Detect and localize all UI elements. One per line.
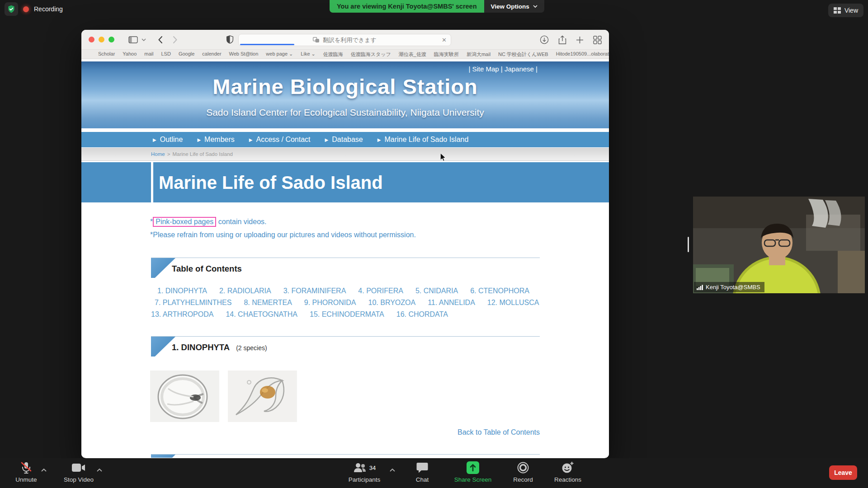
share-button[interactable]: [558, 35, 566, 45]
participants-count: 34: [369, 465, 376, 471]
nav-item[interactable]: Members: [197, 136, 234, 144]
toc-link[interactable]: 14. CHAETOGNATHA: [226, 310, 297, 319]
unmute-button[interactable]: Unmute: [0, 461, 56, 483]
browser-toolbar: 翻訳を利用できます ✕: [81, 30, 609, 50]
toc-link[interactable]: 11. ANNELIDA: [428, 299, 475, 307]
participant-video[interactable]: Kenji Toyota@SMBS: [693, 197, 865, 293]
bookmark-item[interactable]: 佐渡臨海: [323, 51, 343, 58]
bookmark-item[interactable]: 潮位表_佐渡: [399, 51, 426, 58]
video-note: *Pink-boxed pages contain videos.: [150, 218, 267, 226]
bookmark-item[interactable]: NC 学校会計くんWEB: [498, 51, 548, 58]
minimize-window-button[interactable]: [99, 37, 104, 42]
bookmark-item[interactable]: Yahoo: [123, 51, 137, 58]
toc-link[interactable]: 4. PORIFERA: [358, 287, 403, 295]
sidebar-chevron-button[interactable]: [142, 38, 146, 41]
bookmark-item[interactable]: LSD: [161, 51, 170, 58]
toc-link[interactable]: 3. FORAMINIFERA: [283, 287, 346, 295]
toc-link[interactable]: 15. ECHINODERMATA: [310, 310, 384, 319]
participant-name: Kenji Toyota@SMBS: [706, 284, 760, 291]
meeting-toolbar: Unmute Stop Video 34 Participants: [0, 458, 868, 488]
web-page: | Site Map | Japanese | Marine Biologica…: [81, 59, 609, 458]
bookmark-item[interactable]: mail: [144, 51, 153, 58]
toc-link[interactable]: 13. ARTHROPODA: [151, 310, 213, 319]
toc-link[interactable]: 7. PLATYHELMINTHES: [155, 299, 231, 307]
bookmark-item[interactable]: web page ⌄: [266, 51, 293, 58]
sidebar-toggle-button[interactable]: [128, 36, 138, 43]
back-button[interactable]: [158, 36, 163, 44]
bookmark-item[interactable]: Like ⌄: [301, 51, 315, 58]
section-corner-ornament: [151, 455, 175, 458]
address-bar[interactable]: 翻訳を利用できます ✕: [238, 34, 451, 46]
ceratium-photo[interactable]: [228, 371, 297, 422]
mic-muted-icon: [20, 461, 32, 474]
nav-item[interactable]: Database: [325, 136, 363, 144]
tab-overview-button[interactable]: [593, 36, 602, 44]
nav-item[interactable]: Outline: [153, 136, 183, 144]
toc-link[interactable]: 5. CNIDARIA: [415, 287, 458, 295]
specimen-images: [150, 371, 297, 422]
chat-icon: [416, 462, 428, 473]
toc-link[interactable]: 10. BRYOZOA: [368, 299, 416, 307]
view-options-button[interactable]: View Options: [484, 0, 544, 13]
signal-strength-icon: [697, 285, 703, 290]
zoom-window-button[interactable]: [108, 37, 114, 42]
participants-icon: [353, 462, 367, 473]
bookmark-item[interactable]: calender: [202, 51, 221, 58]
bookmark-item[interactable]: 佐渡臨海スタッフ: [351, 51, 391, 58]
nav-item[interactable]: Marine Life of Sado Island: [377, 136, 469, 144]
translate-icon: [313, 37, 320, 43]
video-options-chevron[interactable]: [97, 465, 102, 474]
privacy-shield-icon[interactable]: [226, 35, 234, 44]
toc-link[interactable]: 2. RADIOLARIA: [219, 287, 271, 295]
bookmark-item[interactable]: 新潟大mail: [467, 51, 491, 58]
bookmark-item[interactable]: Web St@tion: [229, 51, 259, 58]
new-tab-button[interactable]: [576, 36, 584, 44]
safari-window: 翻訳を利用できます ✕: [81, 30, 609, 458]
forward-button[interactable]: [173, 36, 178, 44]
page-title: Marine Life of Sado Island: [159, 172, 383, 192]
toc-section-header: Table of Contents: [151, 258, 540, 274]
breadcrumb: Home > Marine Life of Sado Island: [81, 148, 609, 161]
species-count: (2 species): [236, 344, 267, 352]
toc-link[interactable]: 9. PHORONIDA: [304, 299, 356, 307]
camera-icon: [72, 463, 85, 472]
page-load-progress: [240, 44, 294, 45]
noctiluca-photo[interactable]: [150, 371, 219, 422]
video-panel-handle[interactable]: [688, 237, 689, 252]
close-icon[interactable]: ✕: [442, 37, 447, 43]
toc-link[interactable]: 8. NEMERTEA: [244, 299, 292, 307]
audio-options-chevron[interactable]: [41, 465, 47, 474]
leave-button[interactable]: Leave: [829, 465, 857, 480]
bookmark-item[interactable]: Hitode190509...olaboratory: [556, 51, 609, 58]
security-shield-icon[interactable]: [5, 2, 18, 16]
breadcrumb-home-link[interactable]: Home: [151, 151, 165, 157]
recording-indicator: Recording: [5, 2, 63, 16]
recording-dot-icon: [23, 6, 29, 12]
participants-button[interactable]: 34 Participants: [335, 461, 394, 483]
nav-item[interactable]: Access / Contact: [249, 136, 311, 144]
title-band-stripe: [151, 162, 153, 202]
back-to-toc-link[interactable]: Back to Table of Contents: [458, 428, 540, 436]
downloads-button[interactable]: [540, 35, 549, 44]
chevron-down-icon: [533, 5, 538, 8]
bookmark-item[interactable]: Google: [179, 51, 194, 58]
toc-link[interactable]: 16. CHORDATA: [396, 310, 448, 319]
utility-links[interactable]: | Site Map | Japanese |: [468, 65, 538, 73]
page-title-band: Marine Life of Sado Island: [81, 162, 609, 202]
toc-link[interactable]: 1. DINOPHYTA: [157, 287, 207, 295]
pink-boxed-pages-link[interactable]: Pink-boxed pages: [153, 217, 216, 227]
chat-button[interactable]: Chat: [393, 461, 452, 483]
bookmarks-bar: ScholarYahoomailLSDGooglecalenderWeb St@…: [81, 50, 609, 59]
view-grid-icon: [834, 7, 841, 14]
bookmark-item[interactable]: Scholar: [98, 51, 115, 58]
toc-title: Table of Contents: [151, 258, 540, 274]
dinophyta-section-header: 1. DINOPHYTA(2 species): [151, 336, 540, 352]
toc-link[interactable]: 6. CTENOPHORA: [470, 287, 529, 295]
reactions-button[interactable]: Reactions: [538, 461, 597, 483]
view-button[interactable]: View: [828, 4, 863, 17]
site-subtitle: Sado Island Center for Ecological Sustai…: [81, 107, 609, 118]
close-window-button[interactable]: [89, 37, 94, 42]
toc-link[interactable]: 12. MOLLUSCA: [487, 299, 539, 307]
bookmark-item[interactable]: 臨海実験所: [434, 51, 459, 58]
toc-links: 1. DINOPHYTA2. RADIOLARIA3. FORAMINIFERA…: [151, 285, 558, 320]
